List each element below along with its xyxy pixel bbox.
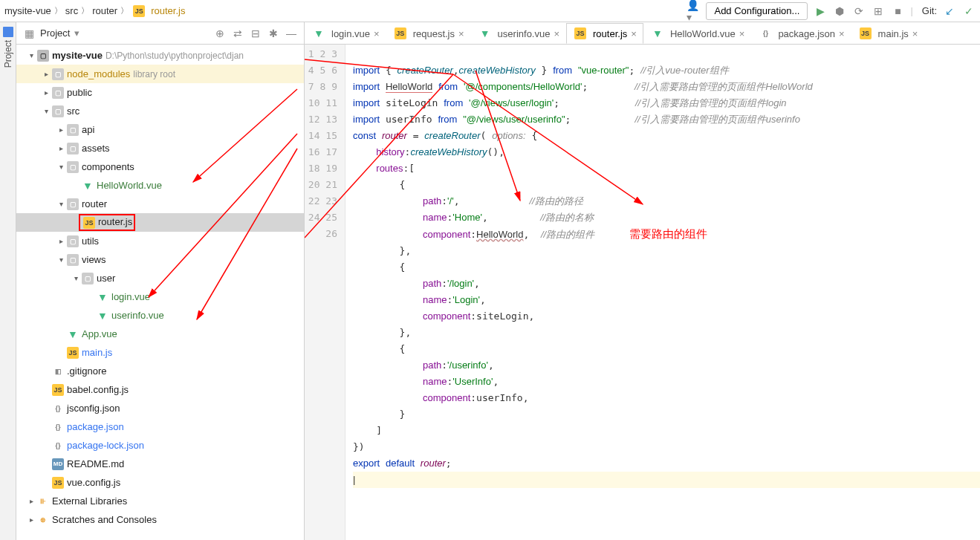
js-icon: JS [52,384,64,396]
project-panel: ▦ Project ▾ ⊕ ⇄ ⊟ ✱ — ▾▢mysite-vueD:\Pyt… [16,22,305,540]
project-header: ▦ Project ▾ ⊕ ⇄ ⊟ ✱ — [16,22,304,45]
user-icon[interactable]: 👤▾ [687,4,700,18]
run-icon[interactable]: ▶ [814,4,827,18]
file-icon: ◧ [52,365,64,377]
close-icon[interactable]: × [839,28,845,39]
close-icon[interactable]: × [458,28,464,39]
tree-item[interactable]: ▾▢user [16,269,304,287]
tree-item-routerjs[interactable]: JSrouter.js [16,213,304,232]
tab-label: request.js [413,28,455,39]
editor-tab[interactable]: JSmain.js× [851,23,925,44]
collapse-icon[interactable]: ⊟ [249,27,262,40]
scratches-icon: ⊛ [37,514,49,526]
hide-icon[interactable]: — [285,27,298,40]
tree-external[interactable]: ▸⊪External Libraries [16,492,304,510]
tree-item[interactable]: ▼App.vue [16,325,304,343]
tree-item[interactable]: ▸▢utils [16,232,304,250]
folder-icon: ▢ [52,68,64,80]
breadcrumb-item[interactable]: router.js [151,5,185,16]
vue-icon: ▼ [479,27,491,39]
tree-item[interactable]: {}jsconfig.json [16,399,304,417]
tree-item[interactable]: ▾▢components [16,157,304,176]
tree-item[interactable]: ▸▢assets [16,139,304,157]
editor-area: ▼login.vue×JSrequest.js×▼userinfo.vue×JS… [305,22,980,540]
json-icon: {} [52,403,64,414]
editor-tabs: ▼login.vue×JSrequest.js×▼userinfo.vue×JS… [305,22,980,45]
close-icon[interactable]: × [631,28,637,39]
folder-icon: ▢ [67,124,79,136]
editor-tab[interactable]: ▼userinfo.vue× [471,23,566,44]
close-icon[interactable]: × [554,28,559,39]
folder-icon: ▢ [52,105,64,117]
breadcrumb-item[interactable]: router [92,5,117,16]
tree-item[interactable]: ▾▢src [16,102,304,120]
tree-item-helloworld[interactable]: ▼HelloWorld.vue [16,176,304,195]
code-editor[interactable]: import { createRouter,createWebHistory }… [345,45,980,540]
top-bar: mysite-vue〉 src〉 router〉 JS router.js 👤▾… [0,0,980,22]
project-icon [3,27,13,37]
project-dropdown-icon[interactable]: ▦ [22,27,36,40]
tree-item-userinfo[interactable]: ▼userinfo.vue [16,306,304,325]
tree-item[interactable]: {}package-lock.json [16,436,304,455]
project-tool-tab[interactable]: Project [0,22,16,540]
breadcrumbs[interactable]: mysite-vue〉 src〉 router〉 JS router.js [4,5,185,17]
tree-item[interactable]: ▾▢router [16,195,304,213]
tree-scratches[interactable]: ▸⊛Scratches and Consoles [16,510,304,529]
close-icon[interactable]: × [739,28,745,39]
js-icon: JS [67,347,79,359]
js-icon: JS [574,27,586,39]
vue-icon: ▼ [82,180,94,192]
tree-item[interactable]: ▸▢api [16,120,304,139]
coverage-icon[interactable]: ⟳ [852,4,866,18]
breadcrumb-item[interactable]: src [65,5,78,16]
git-commit-icon[interactable]: ✓ [962,4,976,18]
vue-icon: ▼ [97,310,108,322]
json-icon: {} [52,421,64,433]
folder-icon: ▢ [67,254,79,266]
folder-icon: ▢ [67,198,79,210]
json-icon: {} [759,27,771,39]
js-icon: JS [395,27,406,39]
expand-icon[interactable]: ⇄ [231,27,244,40]
git-pull-icon[interactable]: ↙ [943,4,956,18]
tree-item[interactable]: MDREADME.md [16,455,304,473]
editor-tab[interactable]: ▼HelloWorld.vue× [643,23,752,44]
tree-item-login[interactable]: ▼login.vue [16,287,304,306]
settings-icon[interactable]: ✱ [267,27,280,40]
tree-item[interactable]: {}package.json [16,417,304,436]
breadcrumb-item[interactable]: mysite-vue [4,5,51,16]
editor-tab[interactable]: ▼login.vue× [305,23,386,44]
js-icon: JS [133,5,145,17]
locate-icon[interactable]: ⊕ [213,27,227,40]
debug-icon[interactable]: ⬢ [833,4,846,18]
tree-item[interactable]: ▸▢public [16,83,304,102]
tab-label: userinfo.vue [498,28,551,39]
tree-item[interactable]: JSmain.js [16,343,304,362]
tree-item[interactable]: JSbabel.config.js [16,380,304,399]
profile-icon[interactable]: ⊞ [872,4,885,18]
tree-item[interactable]: ▾▢views [16,250,304,269]
folder-icon: ▢ [37,50,49,62]
vue-icon: ▼ [313,27,325,39]
project-tree[interactable]: ▾▢mysite-vueD:\Python\study\pythonprojec… [16,45,304,540]
tab-label: main.js [878,28,909,39]
folder-icon: ▢ [67,235,79,247]
add-configuration-button[interactable]: Add Configuration... [706,2,808,20]
stop-icon[interactable]: ■ [891,4,904,18]
editor-tab[interactable]: JSrouter.js× [566,23,643,44]
js-icon: JS [52,477,64,489]
tree-item[interactable]: JSvue.config.js [16,473,304,492]
md-icon: MD [52,458,64,470]
close-icon[interactable]: × [912,28,918,39]
js-icon: JS [860,27,872,39]
editor-tab[interactable]: {}package.json× [751,23,851,44]
tree-item[interactable]: ◧.gitignore [16,362,304,380]
tab-label: HelloWorld.vue [670,28,736,39]
vue-icon: ▼ [97,291,108,303]
folder-icon: ▢ [52,87,64,99]
editor-tab[interactable]: JSrequest.js× [386,23,471,44]
tree-root[interactable]: ▾▢mysite-vueD:\Python\study\pythonprojec… [16,46,304,65]
close-icon[interactable]: × [374,28,380,39]
tree-item[interactable]: ▸▢node_moduleslibrary root [16,65,304,83]
toolbar-right: 👤▾ Add Configuration... ▶ ⬢ ⟳ ⊞ ■ | Git:… [687,2,976,20]
